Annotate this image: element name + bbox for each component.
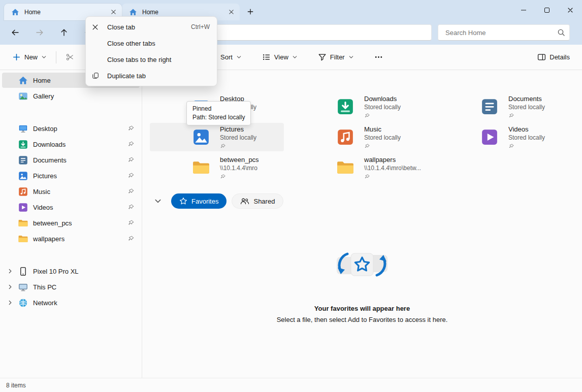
downloads-icon <box>337 98 354 115</box>
pin-icon <box>127 188 135 195</box>
maximize-icon <box>544 7 550 13</box>
items-count: 8 items <box>6 382 26 389</box>
pin-icon <box>127 204 135 211</box>
chevron-right-icon[interactable] <box>7 268 13 274</box>
menu-item-close-tabs-to-the-right[interactable]: Close tabs to the right <box>88 51 215 68</box>
sidebar-item-desktop[interactable]: Desktop <box>2 121 140 136</box>
tab-context-menu: Close tab Ctrl+W Close other tabs Close … <box>85 16 217 86</box>
back-arrow-icon <box>11 28 19 37</box>
pin-icon <box>127 235 135 242</box>
window-body: Home Gallery Desktop Downloads <box>0 70 582 378</box>
sidebar-item-videos[interactable]: Videos <box>2 200 140 215</box>
forward-button[interactable] <box>33 25 47 40</box>
minimize-icon <box>521 7 527 13</box>
sidebar-item-wallpapers[interactable]: wallpapers <box>2 231 140 246</box>
pin-icon <box>220 174 226 180</box>
favorites-section-header: Favorites Shared <box>154 193 283 209</box>
search-box[interactable] <box>438 24 570 41</box>
filter-icon <box>318 53 327 61</box>
computer-icon <box>18 282 28 292</box>
chevron-right-icon[interactable] <box>7 284 13 290</box>
pin-icon <box>364 113 370 119</box>
sidebar-item-this-pc[interactable]: This PC <box>2 279 140 295</box>
tab-label: Home <box>142 9 227 16</box>
sidebar-item-documents[interactable]: Documents <box>2 152 140 168</box>
minimize-button[interactable] <box>512 0 535 20</box>
new-button[interactable]: New <box>8 50 51 64</box>
tab-close-icon[interactable] <box>227 8 236 17</box>
pin-icon <box>127 219 135 226</box>
cut-button[interactable] <box>61 50 78 64</box>
quick-access-item-wallpapers[interactable]: wallpapers \\10.1.4.4\mro\betw... <box>294 153 428 182</box>
file-explorer-window: Home Home <box>0 0 582 392</box>
up-button[interactable] <box>57 25 71 40</box>
ellipsis-icon <box>374 53 383 61</box>
phone-icon <box>18 267 28 276</box>
search-input[interactable] <box>444 28 557 37</box>
sidebar-item-pixel-10-pro-xl[interactable]: Pixel 10 Pro XL <box>2 264 140 279</box>
sidebar-item-pictures[interactable]: Pictures <box>2 168 140 183</box>
quick-access-item-music[interactable]: Music Stored locally <box>294 123 428 151</box>
up-arrow-icon <box>60 28 68 37</box>
window-controls <box>512 0 582 20</box>
home-icon <box>18 76 28 85</box>
quick-access-item-downloads[interactable]: Downloads Stored locally <box>294 92 428 121</box>
tooltip-line-2: Path: Stored locally <box>192 113 245 122</box>
chevron-right-icon[interactable] <box>7 300 13 306</box>
view-icon <box>262 53 271 61</box>
maximize-button[interactable] <box>535 0 559 20</box>
folder-icon <box>18 234 28 244</box>
sidebar-item-gallery[interactable]: Gallery <box>2 88 140 104</box>
quick-access-item-videos[interactable]: Videos Stored locally <box>438 123 572 151</box>
empty-state-title: Your favorites will appear here <box>142 305 582 312</box>
back-button[interactable] <box>8 25 22 40</box>
favorites-tab[interactable]: Favorites <box>171 193 227 209</box>
close-icon <box>92 23 107 31</box>
content-area: Desktop Stored locally Downloads Stored … <box>142 70 582 378</box>
close-button[interactable] <box>559 0 582 20</box>
sort-button[interactable]: Sort <box>216 50 246 64</box>
duplicate-icon <box>92 72 107 80</box>
documents-icon <box>481 98 498 115</box>
sidebar-item-network[interactable]: Network <box>2 295 140 310</box>
chevron-down-icon <box>292 54 298 60</box>
view-button[interactable]: View <box>258 50 302 64</box>
sidebar-item-between-pcs[interactable]: between_pcs <box>2 215 140 231</box>
menu-item-close-tab[interactable]: Close tab Ctrl+W <box>88 19 215 35</box>
toolbar-divider <box>56 51 56 63</box>
music-icon <box>18 187 28 197</box>
sort-label: Sort <box>220 53 233 61</box>
pin-icon <box>364 143 370 149</box>
pin-icon <box>508 143 514 149</box>
pin-icon <box>220 143 226 149</box>
more-options-button[interactable] <box>370 50 387 64</box>
menu-shortcut: Ctrl+W <box>191 23 210 30</box>
people-icon <box>240 197 249 205</box>
network-icon <box>18 298 28 308</box>
home-icon <box>11 8 19 16</box>
plus-icon <box>247 8 254 15</box>
sidebar-item-music[interactable]: Music <box>2 184 140 199</box>
sidebar-item-downloads[interactable]: Downloads <box>2 137 140 152</box>
tab-close-icon[interactable] <box>109 8 118 17</box>
chevron-down-icon[interactable] <box>154 197 162 205</box>
pin-icon <box>127 156 135 164</box>
menu-item-close-other-tabs[interactable]: Close other tabs <box>88 35 215 51</box>
details-pane-button[interactable]: Details <box>533 50 574 64</box>
folder-icon <box>18 218 28 228</box>
pinned-tooltip: Pinned Path: Stored locally <box>186 101 251 125</box>
favorites-empty-state: Your favorites will appear here Select a… <box>142 249 582 323</box>
navigation-pane: Home Gallery Desktop Downloads <box>0 70 142 378</box>
new-tab-button[interactable] <box>243 4 258 19</box>
close-icon <box>567 7 573 13</box>
chevron-down-icon <box>41 54 47 60</box>
quick-access-item-between-pcs[interactable]: between_pcs \\10.1.4.4\mro <box>150 153 284 182</box>
quick-access-item-pictures[interactable]: Pictures Stored locally <box>150 123 284 151</box>
filter-button[interactable]: Filter <box>314 50 358 64</box>
gallery-icon <box>18 91 28 101</box>
menu-item-duplicate-tab[interactable]: Duplicate tab <box>88 68 215 84</box>
quick-access-item-documents[interactable]: Documents Stored locally <box>438 92 572 121</box>
shared-tab[interactable]: Shared <box>232 193 283 209</box>
pin-icon <box>508 113 514 119</box>
empty-state-subtitle: Select a file, then select Add to Favori… <box>142 316 582 323</box>
